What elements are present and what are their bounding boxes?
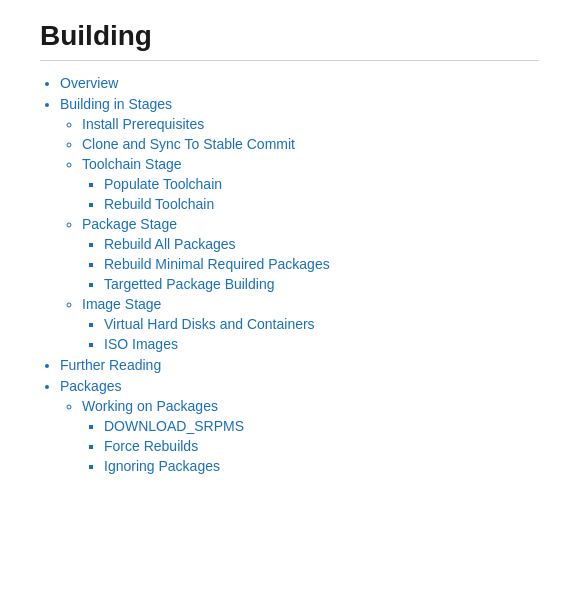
list-item: Clone and Sync To Stable Commit [82,136,539,152]
toc-level3: DOWNLOAD_SRPMS Force Rebuilds Ignoring P… [82,418,539,474]
list-item: Targetted Package Building [104,276,539,292]
page-title: Building [40,20,539,61]
toc-level2: Working on Packages DOWNLOAD_SRPMS Force… [60,398,539,474]
toc-level1: Overview Building in Stages Install Prer… [40,75,539,474]
list-item: Further Reading [60,357,539,373]
list-item: Overview [60,75,539,91]
table-of-contents: Overview Building in Stages Install Prer… [40,75,539,474]
package-stage-link[interactable]: Package Stage [82,216,177,232]
list-item: Install Prerequisites [82,116,539,132]
force-rebuilds-link[interactable]: Force Rebuilds [104,438,198,454]
download-srpms-link[interactable]: DOWNLOAD_SRPMS [104,418,244,434]
list-item: Rebuild All Packages [104,236,539,252]
toolchain-stage-link[interactable]: Toolchain Stage [82,156,182,172]
toc-level2: Install Prerequisites Clone and Sync To … [60,116,539,352]
list-item: Force Rebuilds [104,438,539,454]
populate-toolchain-link[interactable]: Populate Toolchain [104,176,222,192]
toc-level3: Rebuild All Packages Rebuild Minimal Req… [82,236,539,292]
virtual-hard-disks-link[interactable]: Virtual Hard Disks and Containers [104,316,315,332]
targetted-package-building-link[interactable]: Targetted Package Building [104,276,274,292]
working-on-packages-link[interactable]: Working on Packages [82,398,218,414]
list-item: DOWNLOAD_SRPMS [104,418,539,434]
packages-link[interactable]: Packages [60,378,121,394]
iso-images-link[interactable]: ISO Images [104,336,178,352]
list-item: Package Stage Rebuild All Packages Rebui… [82,216,539,292]
further-reading-link[interactable]: Further Reading [60,357,161,373]
list-item: Image Stage Virtual Hard Disks and Conta… [82,296,539,352]
list-item: Rebuild Toolchain [104,196,539,212]
rebuild-minimal-required-packages-link[interactable]: Rebuild Minimal Required Packages [104,256,330,272]
list-item: ISO Images [104,336,539,352]
list-item: Rebuild Minimal Required Packages [104,256,539,272]
rebuild-toolchain-link[interactable]: Rebuild Toolchain [104,196,214,212]
image-stage-link[interactable]: Image Stage [82,296,161,312]
building-in-stages-link[interactable]: Building in Stages [60,96,172,112]
list-item: Ignoring Packages [104,458,539,474]
list-item: Populate Toolchain [104,176,539,192]
toc-level3: Populate Toolchain Rebuild Toolchain [82,176,539,212]
list-item: Building in Stages Install Prerequisites… [60,96,539,352]
list-item: Packages Working on Packages DOWNLOAD_SR… [60,378,539,474]
list-item: Toolchain Stage Populate Toolchain Rebui… [82,156,539,212]
rebuild-all-packages-link[interactable]: Rebuild All Packages [104,236,236,252]
overview-link[interactable]: Overview [60,75,118,91]
clone-and-sync-link[interactable]: Clone and Sync To Stable Commit [82,136,295,152]
toc-level3: Virtual Hard Disks and Containers ISO Im… [82,316,539,352]
list-item: Working on Packages DOWNLOAD_SRPMS Force… [82,398,539,474]
ignoring-packages-link[interactable]: Ignoring Packages [104,458,220,474]
install-prerequisites-link[interactable]: Install Prerequisites [82,116,204,132]
list-item: Virtual Hard Disks and Containers [104,316,539,332]
